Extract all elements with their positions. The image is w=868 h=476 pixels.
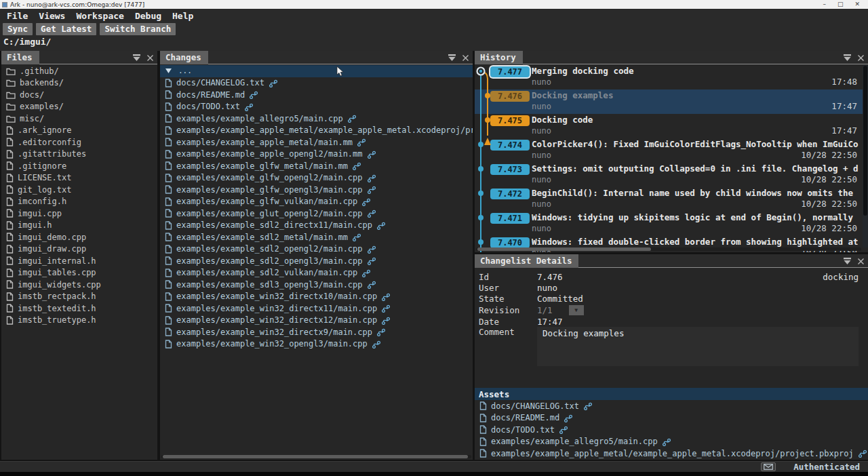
tab-history[interactable]: History: [475, 51, 523, 64]
changed-file-row[interactable]: examples/example_sdl2_opengl2/main.cpp: [160, 243, 473, 256]
file-tree-row[interactable]: imstb_textedit.h: [1, 302, 157, 315]
tab-changes[interactable]: Changes: [160, 51, 208, 64]
changed-file-row[interactable]: docs/CHANGELOG.txt: [160, 77, 473, 90]
changed-file-row[interactable]: docs/README.md: [160, 89, 473, 101]
history-hscrollbar[interactable]: [476, 247, 861, 251]
file-tree-row[interactable]: imgui.h: [1, 220, 157, 232]
menu-item[interactable]: Help: [167, 9, 199, 22]
changed-file-row[interactable]: examples/example_sdl2_directx11/main.cpp: [160, 220, 473, 232]
file-tree-row[interactable]: .editorconfig: [1, 136, 157, 148]
file-tree-row[interactable]: .github/: [1, 65, 157, 77]
close-panel-icon[interactable]: [857, 258, 865, 265]
menu-item[interactable]: Views: [33, 9, 71, 22]
maximize-button[interactable]: □: [837, 1, 844, 7]
changed-file-row[interactable]: examples/example_allegro5/main.cpp: [160, 113, 473, 125]
file-tree-row[interactable]: imgui_draw.cpp: [1, 243, 157, 256]
changed-file-row[interactable]: examples/example_sdl2_metal/main.mm: [160, 231, 473, 243]
filter-icon[interactable]: [843, 54, 852, 62]
toolbar-button[interactable]: Sync: [3, 23, 33, 35]
changes-list: docs/CHANGELOG.txt docs/README.md: [160, 77, 473, 351]
history-row[interactable]: 7.473 Settings: omit outputing Collapsed…: [475, 163, 868, 187]
asset-file-row[interactable]: examples/example_apple_metal/main.mm: [475, 460, 868, 460]
menu-item[interactable]: Workspace: [71, 9, 129, 22]
commit-author: nuno: [532, 77, 551, 87]
file-tree-row[interactable]: imgui_tables.cpp: [1, 267, 157, 279]
file-tree-row[interactable]: backends/: [1, 77, 157, 90]
filter-icon[interactable]: [843, 257, 852, 265]
file-tree-row[interactable]: imgui.cpp: [1, 207, 157, 220]
changed-file-row[interactable]: examples/example_sdl3_opengl3/main.cpp: [160, 279, 473, 291]
commit-title: Settings: omit outputing Collapsed=0 in …: [532, 163, 859, 174]
changed-file-row[interactable]: examples/example_apple_metal/main.mm: [160, 136, 473, 148]
changed-file-row[interactable]: examples/example_sdl2_opengl3/main.cpp: [160, 255, 473, 267]
tab-files[interactable]: Files: [1, 51, 39, 64]
changed-file-row[interactable]: examples/example_glfw_metal/main.mm: [160, 160, 473, 172]
changed-file-row[interactable]: examples/example_win32_directx10/main.cp…: [160, 291, 473, 303]
asset-file-row[interactable]: docs/CHANGELOG.txt: [475, 400, 868, 412]
file-tree-row[interactable]: git_log.txt: [1, 184, 157, 196]
asset-file-row[interactable]: examples/example_allegro5/main.cpp: [475, 436, 868, 448]
close-panel-icon[interactable]: [146, 54, 154, 62]
file-icon: [6, 256, 14, 265]
changed-file-row[interactable]: examples/example_sdl2_vulkan/main.cpp: [160, 267, 473, 279]
file-name: .gitignore: [18, 161, 66, 171]
changed-file-row[interactable]: examples/example_apple_opengl2/main.mm: [160, 148, 473, 161]
file-icon: [165, 185, 172, 194]
file-tree-row[interactable]: .gitignore: [1, 160, 157, 172]
changes-hscrollbar[interactable]: [161, 455, 471, 458]
comment-box[interactable]: Docking examples: [537, 327, 859, 366]
tab-changelist-details[interactable]: Changelist Details: [475, 254, 578, 268]
changed-file-row[interactable]: examples/example_glfw_opengl2/main.cpp: [160, 172, 473, 184]
changed-file-row[interactable]: examples/example_win32_directx11/main.cp…: [160, 302, 473, 315]
file-tree-row[interactable]: imgui_widgets.cpp: [1, 279, 157, 291]
minimize-button[interactable]: –: [823, 1, 826, 7]
file-icon: [6, 150, 14, 159]
changed-file-row[interactable]: examples/example_apple_metal/example_app…: [160, 125, 473, 137]
changed-file-row[interactable]: examples/example_glfw_opengl3/main.cpp: [160, 184, 473, 196]
history-row[interactable]: 7.472 BeginChild(): Internal name used b…: [475, 187, 868, 212]
history-row[interactable]: 7.471 Windows: tidying up skipitems logi…: [475, 212, 868, 236]
file-tree-row[interactable]: LICENSE.txt: [1, 172, 157, 184]
file-tree-row[interactable]: imgui_demo.cpp: [1, 231, 157, 243]
toolbar-button[interactable]: Switch Branch: [100, 23, 176, 35]
file-tree-row[interactable]: imstb_rectpack.h: [1, 291, 157, 303]
changes-group-row[interactable]: ...: [160, 65, 473, 77]
changed-file-row[interactable]: examples/example_win32_directx12/main.cp…: [160, 315, 473, 327]
changed-file-row[interactable]: examples/example_glfw_vulkan/main.cpp: [160, 196, 473, 208]
history-row[interactable]: 7.477 Merging docking code nuno 17:48: [475, 65, 868, 90]
menu-item[interactable]: File: [1, 9, 33, 22]
history-row[interactable]: 7.474 ColorPicker4(): Fixed ImGuiColorEd…: [475, 138, 868, 163]
filter-icon[interactable]: [448, 54, 456, 62]
commit-author: nuno: [532, 151, 551, 160]
mail-icon[interactable]: [761, 462, 776, 471]
history-row[interactable]: 7.475 Docking code nuno 17:47: [475, 114, 868, 138]
close-panel-icon[interactable]: [857, 54, 865, 62]
asset-file-row[interactable]: docs/README.md: [475, 412, 868, 424]
filter-icon[interactable]: [132, 54, 141, 62]
changed-file-row[interactable]: examples/example_win32_opengl3/main.cpp: [160, 338, 473, 351]
asset-file-row[interactable]: docs/TODO.txt: [475, 424, 868, 436]
changelist-details-panel: Changelist Details Id 7.476 docking User…: [475, 254, 868, 460]
history-vscrollbar[interactable]: [863, 65, 868, 247]
file-tree-row[interactable]: examples/: [1, 101, 157, 113]
revision-dropdown-button[interactable]: ▼: [569, 305, 584, 315]
file-tree-row[interactable]: .ark_ignore: [1, 125, 157, 137]
file-name: misc/: [20, 114, 44, 123]
changed-file-row[interactable]: docs/TODO.txt: [160, 101, 473, 113]
file-icon: [165, 221, 172, 230]
file-tree-row[interactable]: imconfig.h: [1, 196, 157, 208]
asset-file-row[interactable]: examples/example_apple_metal/example_app…: [475, 448, 868, 460]
file-tree-row[interactable]: imstb_truetype.h: [1, 315, 157, 327]
file-tree-row[interactable]: .gitattributes: [1, 148, 157, 161]
close-panel-icon[interactable]: [462, 54, 469, 62]
changed-file-row[interactable]: examples/example_glut_opengl2/main.cpp: [160, 207, 473, 220]
file-tree-row[interactable]: docs/: [1, 89, 157, 101]
menu-item[interactable]: Debug: [130, 9, 167, 22]
toolbar-button[interactable]: Get Latest: [36, 23, 96, 35]
file-tree-row[interactable]: imgui_internal.h: [1, 255, 157, 267]
changed-file-row[interactable]: examples/example_win32_directx9/main.cpp: [160, 326, 473, 338]
file-tree-row[interactable]: misc/: [1, 113, 157, 125]
close-button[interactable]: ✕: [854, 1, 860, 7]
branch-icon: [357, 138, 366, 146]
history-row[interactable]: 7.476 Docking examples nuno 17:47: [475, 90, 868, 114]
